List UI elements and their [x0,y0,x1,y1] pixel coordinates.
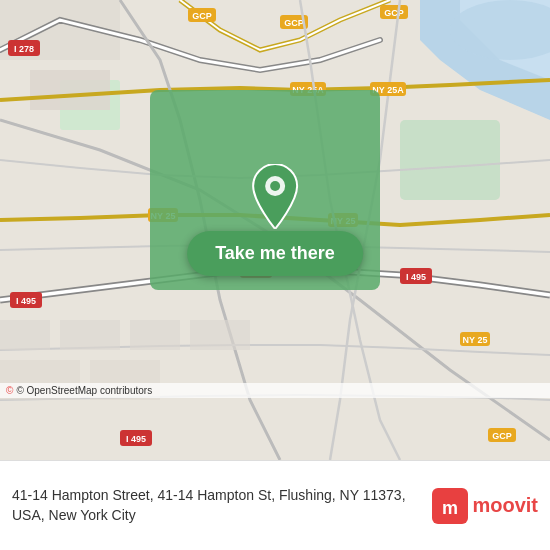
svg-text:GCP: GCP [492,431,512,441]
svg-text:I 495: I 495 [126,434,146,444]
address-text: 41-14 Hampton Street, 41-14 Hampton St, … [12,486,422,525]
osm-attribution: © © OpenStreetMap contributors [0,383,550,398]
svg-point-42 [270,181,280,191]
svg-text:GCP: GCP [284,18,304,28]
svg-text:I 278: I 278 [14,44,34,54]
take-me-there-button[interactable]: Take me there [187,231,363,276]
svg-text:GCP: GCP [384,8,404,18]
map-pin [245,161,305,231]
svg-rect-28 [0,320,50,350]
svg-text:I 495: I 495 [16,296,36,306]
svg-text:m: m [442,498,458,518]
osm-text: © OpenStreetMap contributors [16,385,152,396]
svg-rect-31 [190,320,250,350]
moovit-icon: m [432,488,468,524]
moovit-brand-text: moovit [472,494,538,517]
svg-text:GCP: GCP [192,11,212,21]
svg-rect-5 [30,70,110,110]
svg-rect-2 [400,120,500,200]
map-container: I 278 GCP GCP GCP NY 25A I 495 I 495 I 4… [0,0,550,460]
svg-rect-30 [130,320,180,350]
osm-icon: © [6,385,13,396]
moovit-logo: m moovit [432,488,538,524]
svg-rect-29 [60,320,120,350]
button-overlay: Take me there [187,161,363,276]
svg-text:NY 25: NY 25 [463,335,488,345]
svg-text:I 495: I 495 [406,272,426,282]
bottom-bar: 41-14 Hampton Street, 41-14 Hampton St, … [0,460,550,550]
